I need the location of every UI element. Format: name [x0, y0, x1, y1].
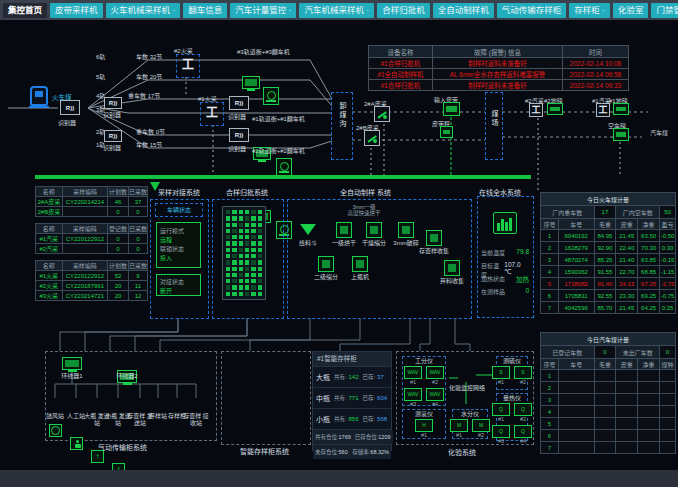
led-cell — [232, 241, 236, 245]
truck-sampler-icon[interactable]: 工 — [529, 103, 543, 117]
instrument-tag: #2 — [472, 432, 490, 439]
instrument-icon: Q — [514, 425, 532, 438]
status-value: 投入 — [160, 253, 197, 262]
belt-sampler-icon[interactable] — [364, 130, 380, 146]
footer-value: 560 — [339, 449, 348, 455]
rfid-reader-icon[interactable]: R)) — [104, 97, 122, 109]
belt-scale-icon[interactable] — [440, 126, 453, 138]
moisture-label: 在测样品 — [481, 287, 505, 298]
table-row: 5172808291.4024.1567.25-2.75 — [541, 278, 676, 290]
lab-instrument[interactable]: Q#2 — [514, 403, 532, 423]
lab-instrument[interactable]: WAV#3 — [404, 388, 422, 408]
lab-group-4: 测硫仪S#1S#2 — [496, 356, 528, 390]
belt-scale-icon[interactable] — [443, 102, 460, 116]
scale-fill — [616, 132, 626, 137]
led-cell — [232, 254, 236, 258]
led-cell — [239, 285, 243, 289]
lab-instrument[interactable]: Q#3 — [492, 425, 510, 445]
smart-cabinet-label: 智能存样柜系统 — [240, 446, 289, 456]
smart-cabinet-panel: #1智能存样柜大瓶共有:142已存:37中瓶共有:771已存:604小瓶共有:8… — [312, 351, 392, 451]
moisture-row: 目标温度107.0 ℃ — [481, 261, 529, 272]
lab-instrument[interactable]: WAV#2 — [426, 366, 444, 386]
lab-instrument[interactable]: Q#1 — [492, 403, 510, 423]
table-row: 6 — [541, 430, 676, 442]
led-cell — [239, 260, 243, 264]
weighbridge-icon[interactable] — [547, 103, 563, 115]
lab-instrument[interactable]: M#1 — [450, 419, 468, 439]
moisture-oven-icon[interactable] — [493, 212, 517, 234]
sampler-dot — [373, 139, 377, 143]
station-fan-icon[interactable] — [49, 424, 62, 437]
dumper-bar — [266, 100, 276, 102]
lab-instrument[interactable]: H#1 — [415, 419, 433, 439]
led-cell — [245, 260, 249, 264]
track-name: 6轨 — [96, 52, 105, 61]
prep-machine-icon[interactable] — [426, 230, 442, 246]
lab-group-name: 工分仪 — [403, 357, 445, 366]
bottom-systems: 环线器1环线器2鼓风站人工站↑大瓶 发送站↑小瓶 发送站↑存查样 发送站弃样站存… — [0, 0, 82, 225]
lab-instrument[interactable]: S#2 — [514, 366, 532, 386]
monitor-icon[interactable] — [242, 76, 260, 89]
prep-machine-icon[interactable] — [352, 256, 368, 272]
lab-instrument[interactable]: Q#4 — [514, 425, 532, 445]
scale-fill — [616, 107, 626, 111]
table-row: 3 — [541, 394, 676, 406]
footer-value: 1209 — [378, 434, 390, 440]
table-row: 6170581192.5523.3069.25-0.75 — [541, 290, 676, 302]
track-name: 5轨 — [96, 72, 105, 81]
led-cell — [258, 273, 262, 277]
led-cell — [245, 279, 249, 283]
rfid-reader-icon[interactable]: R)) — [229, 96, 249, 110]
led-cell — [258, 267, 262, 271]
prep-machine-icon[interactable] — [318, 256, 334, 272]
rail-diagram: 火车煤R))识别器6轨车数 32节5轨车数 20节4轨重车数 17节3轨2轨重车… — [0, 0, 678, 180]
sampler-tower-icon[interactable]: 工 — [176, 54, 200, 78]
loop-controller-icon[interactable] — [62, 357, 82, 370]
instrument-tag: #3 — [492, 438, 510, 445]
prep-machine-icon[interactable] — [336, 222, 352, 238]
car-dumper-icon[interactable] — [263, 87, 279, 105]
table-row: 4 — [541, 406, 676, 418]
prep-machine-icon[interactable] — [398, 222, 414, 238]
rfid-reader-icon[interactable]: R)) — [104, 130, 122, 142]
scale-fill — [443, 130, 450, 134]
led-cell — [239, 216, 243, 220]
prep-machine-icon[interactable] — [366, 222, 382, 238]
belt-sampler-icon[interactable] — [374, 106, 390, 122]
lab-instrument[interactable]: WAV#1 — [404, 366, 422, 386]
table-row: #3火采CY2202147212012 — [36, 291, 148, 301]
led-cell — [245, 292, 249, 296]
lab-instrument[interactable]: M#2 — [472, 419, 490, 439]
car-dumper-icon[interactable] — [276, 158, 292, 176]
station-person-icon[interactable] — [70, 437, 83, 450]
empty-weighbridge-icon[interactable] — [613, 128, 629, 141]
weighbridge-icon[interactable] — [613, 103, 629, 115]
status-label: 对接状态 — [160, 277, 197, 286]
led-cell — [245, 254, 249, 258]
stored-label: 已存: — [363, 415, 376, 423]
led-cell — [239, 241, 243, 245]
feeder-funnel-icon[interactable] — [300, 224, 316, 235]
footer-value: 1769 — [339, 434, 351, 440]
rfid-reader-icon[interactable]: R)) — [229, 128, 249, 142]
lab-group-name: 水分仪 — [453, 410, 487, 419]
led-cell — [226, 260, 230, 264]
lab-instrument[interactable]: S#1 — [492, 366, 510, 386]
led-cell — [226, 223, 230, 227]
reject-bin-icon[interactable] — [444, 260, 460, 276]
coal-ditch-label: 卸煤沟 — [337, 102, 347, 129]
dumper-wheel — [280, 162, 289, 171]
table-row: 今日火车煤计量 — [541, 193, 676, 206]
station-label: 存查样 接收站 — [183, 413, 209, 427]
led-cell — [251, 254, 255, 258]
instrument-tag: #2 — [514, 416, 532, 423]
truck-sampler-icon[interactable]: 工 — [596, 103, 610, 117]
led-cell — [226, 235, 230, 239]
instrument-icon: Q — [492, 403, 510, 416]
sampler-tower-icon[interactable]: 工 — [200, 102, 224, 126]
led-cell — [258, 229, 262, 233]
instrument-icon: WAV — [404, 388, 422, 401]
machine-inner — [356, 260, 364, 268]
led-cell — [258, 223, 262, 227]
instrument-tag: #1 — [404, 379, 422, 386]
